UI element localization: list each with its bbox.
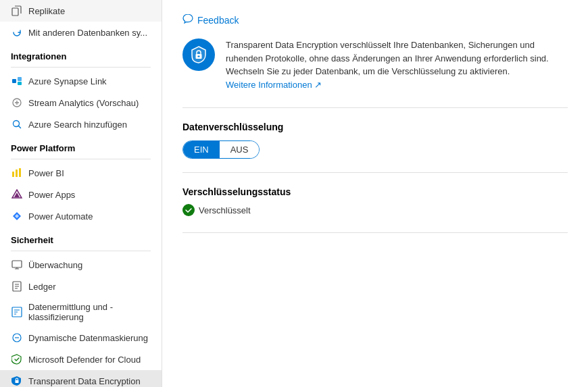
- section-header-sicherheit: Sicherheit: [0, 227, 162, 248]
- sidebar-item-label: Azure Synapse Link: [28, 76, 107, 86]
- sidebar-item-label: Power Apps: [28, 190, 75, 200]
- sidebar-item-label: Überwachung: [28, 260, 82, 270]
- sidebar-item-label: Mit anderen Datenbanken sy...: [28, 28, 147, 38]
- stream-icon: [11, 97, 23, 109]
- defender-icon: [11, 353, 23, 365]
- divider-3: [182, 232, 568, 233]
- sidebar-item-dynamische[interactable]: Dynamische Datenmaskierung: [0, 327, 162, 349]
- status-value: Verschlüsselt: [182, 204, 568, 216]
- section-header-integrationen: Integrationen: [0, 43, 162, 64]
- sidebar-item-label: Datenermittlung und -klassifizierung: [28, 302, 153, 322]
- sidebar-item-defender[interactable]: Microsoft Defender for Cloud: [0, 349, 162, 370]
- monitor-icon: [11, 259, 23, 271]
- sidebar-item-label: Power BI: [28, 168, 64, 178]
- more-info-link[interactable]: Weitere Informationen ↗: [226, 80, 322, 90]
- synapse-icon: [11, 75, 23, 87]
- toggle-switch[interactable]: EIN AUS: [182, 140, 260, 159]
- svg-rect-6: [12, 172, 14, 177]
- info-description: Transparent Data Encryption verschlüssel…: [226, 38, 568, 91]
- toggle-container: EIN AUS: [182, 140, 568, 159]
- classify-icon: [11, 306, 23, 318]
- divider: [11, 251, 151, 251]
- status-section-label: Verschlüsselungsstatus: [182, 186, 568, 197]
- status-checkmark-icon: [182, 204, 195, 216]
- status-section: Verschlüsselungsstatus Verschlüsselt: [182, 186, 568, 216]
- svg-rect-7: [16, 170, 18, 177]
- sidebar-item-power-bi[interactable]: Power BI: [0, 162, 162, 184]
- divider-1: [182, 107, 568, 108]
- sidebar-item-label: Dynamische Datenmaskierung: [28, 333, 148, 343]
- sidebar-item-replikate[interactable]: Replikate: [0, 0, 162, 22]
- section-header-power-platform: Power Platform: [0, 135, 162, 156]
- svg-rect-11: [12, 261, 22, 267]
- svg-rect-2: [18, 77, 22, 81]
- sidebar-item-transparent[interactable]: Transparent Data Encryption: [0, 370, 162, 387]
- encryption-section-label: Datenverschlüsselung: [182, 122, 568, 132]
- external-link-icon: ↗: [314, 80, 322, 90]
- toggle-off[interactable]: AUS: [220, 141, 260, 158]
- status-text: Verschlüsselt: [199, 205, 251, 215]
- svg-rect-8: [19, 168, 21, 177]
- sidebar-item-label: Transparent Data Encryption: [28, 376, 141, 386]
- shield-lock-icon: [189, 45, 208, 64]
- feedback-link[interactable]: Feedback: [182, 14, 568, 26]
- sidebar-item-label: Replikate: [28, 6, 65, 16]
- svg-rect-16: [198, 56, 200, 57]
- azure-search-icon: [11, 118, 23, 130]
- powerautomate-icon: [11, 210, 23, 222]
- powerapps-icon: [11, 188, 23, 201]
- sidebar-item-ledger[interactable]: Ledger: [0, 276, 162, 297]
- copy-icon: [11, 5, 23, 17]
- sidebar-item-mit-anderen[interactable]: Mit anderen Datenbanken sy...: [0, 22, 162, 43]
- svg-rect-14: [16, 380, 19, 383]
- svg-rect-0: [12, 8, 18, 16]
- sidebar-item-label: Microsoft Defender for Cloud: [28, 355, 141, 365]
- svg-rect-1: [12, 79, 16, 83]
- mask-icon: [11, 332, 23, 344]
- sidebar-item-stream-analytics[interactable]: Stream Analytics (Vorschau): [0, 92, 162, 113]
- divider-2: [182, 172, 568, 173]
- ledger-icon: [11, 280, 23, 292]
- sidebar-item-label: Power Automate: [28, 211, 93, 222]
- sidebar-item-label: Ledger: [28, 282, 55, 292]
- sync-icon: [11, 26, 23, 38]
- divider: [11, 67, 151, 68]
- sidebar-item-power-apps[interactable]: Power Apps: [0, 184, 162, 205]
- main-content: Feedback Transparent Data Encryption ver…: [162, 0, 588, 387]
- toggle-on[interactable]: EIN: [183, 141, 220, 158]
- encryption-icon: [11, 375, 23, 387]
- feedback-label: Feedback: [197, 15, 239, 26]
- svg-rect-3: [18, 82, 22, 85]
- sidebar-item-power-automate[interactable]: Power Automate: [0, 205, 162, 227]
- divider: [11, 159, 151, 159]
- shield-icon-wrapper: [182, 38, 215, 71]
- sidebar-item-azure-synapse[interactable]: Azure Synapse Link: [0, 70, 162, 92]
- sidebar-item-label: Stream Analytics (Vorschau): [28, 98, 139, 108]
- sidebar-item-label: Azure Search hinzufügen: [28, 120, 127, 130]
- info-box: Transparent Data Encryption verschlüssel…: [182, 38, 568, 91]
- feedback-icon: [182, 14, 193, 26]
- sidebar-item-uberwachung[interactable]: Überwachung: [0, 254, 162, 276]
- powerbi-icon: [11, 167, 23, 179]
- sidebar-item-azure-search[interactable]: Azure Search hinzufügen: [0, 113, 162, 135]
- sidebar: Replikate Mit anderen Datenbanken sy... …: [0, 0, 162, 387]
- sidebar-item-datenermittlung[interactable]: Datenermittlung und -klassifizierung: [0, 297, 162, 327]
